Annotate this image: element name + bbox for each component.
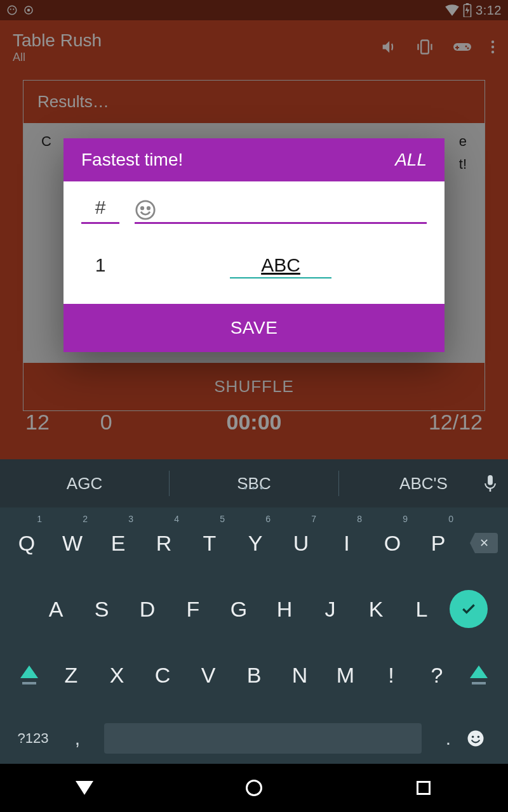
key-g[interactable]: G xyxy=(216,576,262,642)
backspace-key[interactable]: ✕ xyxy=(461,510,507,576)
svg-point-16 xyxy=(137,201,154,219)
rank-value: 1 xyxy=(81,254,119,276)
emoji-key[interactable] xyxy=(466,729,502,748)
svg-point-22 xyxy=(472,736,474,738)
volume-icon[interactable] xyxy=(380,38,398,56)
app-subtitle: All xyxy=(13,51,102,64)
rank-header: # xyxy=(81,197,119,224)
stat-progress: 12/12 xyxy=(368,410,483,435)
svg-point-23 xyxy=(478,736,480,738)
suggestion-1[interactable]: AGC xyxy=(0,474,169,494)
svg-point-13 xyxy=(491,41,494,43)
dialog-title: Fastest time! xyxy=(81,150,395,170)
key-b[interactable]: B xyxy=(231,642,277,708)
symbols-key[interactable]: ?123 xyxy=(6,730,60,747)
key-p[interactable]: 0P xyxy=(415,510,461,576)
suggestion-3[interactable]: ABC'S xyxy=(339,474,508,494)
svg-point-17 xyxy=(141,207,143,209)
svg-point-12 xyxy=(467,48,469,49)
mic-icon[interactable] xyxy=(484,475,497,492)
results-header: Results… xyxy=(23,81,485,123)
nav-home-button[interactable] xyxy=(216,773,292,803)
soft-keyboard: AGC SBC ● ● ● ABC'S 1Q2W3E4R5T6Y7U8I9O0P… xyxy=(0,459,508,764)
svg-rect-20 xyxy=(490,488,491,492)
key-m[interactable]: M xyxy=(323,642,368,708)
android-icon xyxy=(6,4,18,16)
stat-timer: 00:00 xyxy=(140,410,368,435)
space-key[interactable] xyxy=(104,723,422,754)
suggestion-2[interactable]: SBC ● ● ● xyxy=(170,474,338,494)
svg-rect-7 xyxy=(421,41,429,54)
stat-correct: 12 xyxy=(25,410,50,435)
suggestion-bar: AGC SBC ● ● ● ABC'S xyxy=(0,459,508,508)
key-f[interactable]: F xyxy=(170,576,216,642)
key-d[interactable]: D xyxy=(124,576,170,642)
key-question[interactable]: ? xyxy=(414,642,460,708)
comma-key[interactable]: , xyxy=(60,728,95,749)
key-s[interactable]: S xyxy=(79,576,124,642)
smiley-icon xyxy=(135,199,427,221)
battery-icon xyxy=(463,3,472,17)
svg-point-11 xyxy=(465,46,467,48)
app-bar: Table Rush All xyxy=(0,20,508,74)
svg-point-15 xyxy=(491,51,494,53)
key-l[interactable]: L xyxy=(399,576,444,642)
dialog-tag: ALL xyxy=(395,150,427,170)
key-w[interactable]: 2W xyxy=(50,510,95,576)
shift-key-right[interactable] xyxy=(460,642,498,708)
wifi-icon xyxy=(445,4,459,16)
fastest-time-dialog: Fastest time! ALL # 1 SAVE xyxy=(64,138,444,352)
status-bar: 3:12 xyxy=(0,0,508,20)
key-q[interactable]: 1Q xyxy=(4,510,50,576)
key-t[interactable]: 5T xyxy=(187,510,232,576)
key-exclaim[interactable]: ! xyxy=(368,642,414,708)
svg-point-4 xyxy=(27,9,30,12)
svg-point-2 xyxy=(13,8,14,10)
save-button[interactable]: SAVE xyxy=(64,304,444,352)
svg-point-14 xyxy=(491,46,494,48)
stat-wrong: 0 xyxy=(100,410,112,435)
key-x[interactable]: X xyxy=(94,642,140,708)
key-o[interactable]: 9O xyxy=(370,510,415,576)
key-c[interactable]: C xyxy=(140,642,185,708)
key-h[interactable]: H xyxy=(262,576,307,642)
svg-point-18 xyxy=(147,207,149,209)
navigation-bar xyxy=(0,764,508,812)
svg-rect-19 xyxy=(488,475,493,485)
key-k[interactable]: K xyxy=(353,576,399,642)
period-key[interactable]: . xyxy=(431,728,466,749)
key-e[interactable]: 3E xyxy=(95,510,141,576)
key-i[interactable]: 8I xyxy=(324,510,370,576)
key-r[interactable]: 4R xyxy=(141,510,187,576)
app-title: Table Rush xyxy=(13,30,102,51)
key-z[interactable]: Z xyxy=(48,642,94,708)
shift-key-left[interactable] xyxy=(10,642,48,708)
key-j[interactable]: J xyxy=(307,576,353,642)
key-a[interactable]: A xyxy=(33,576,79,642)
name-input[interactable] xyxy=(230,252,331,278)
shuffle-button[interactable]: SHUFFLE xyxy=(23,363,485,410)
svg-rect-6 xyxy=(466,3,469,4)
svg-point-1 xyxy=(10,8,11,10)
svg-point-0 xyxy=(8,6,17,15)
key-u[interactable]: 7U xyxy=(278,510,324,576)
accept-key[interactable] xyxy=(450,590,488,628)
svg-rect-10 xyxy=(455,47,459,48)
svg-point-21 xyxy=(468,731,484,747)
gamepad-icon[interactable] xyxy=(452,39,472,55)
overflow-menu-icon[interactable] xyxy=(490,39,495,55)
status-dot-icon xyxy=(23,4,34,16)
name-header xyxy=(135,199,427,224)
nav-recent-button[interactable] xyxy=(385,773,462,803)
nav-back-button[interactable] xyxy=(46,773,123,803)
vibrate-icon[interactable] xyxy=(415,38,434,56)
key-v[interactable]: V xyxy=(185,642,231,708)
key-y[interactable]: 6Y xyxy=(232,510,278,576)
key-n[interactable]: N xyxy=(277,642,323,708)
status-clock: 3:12 xyxy=(476,3,502,18)
